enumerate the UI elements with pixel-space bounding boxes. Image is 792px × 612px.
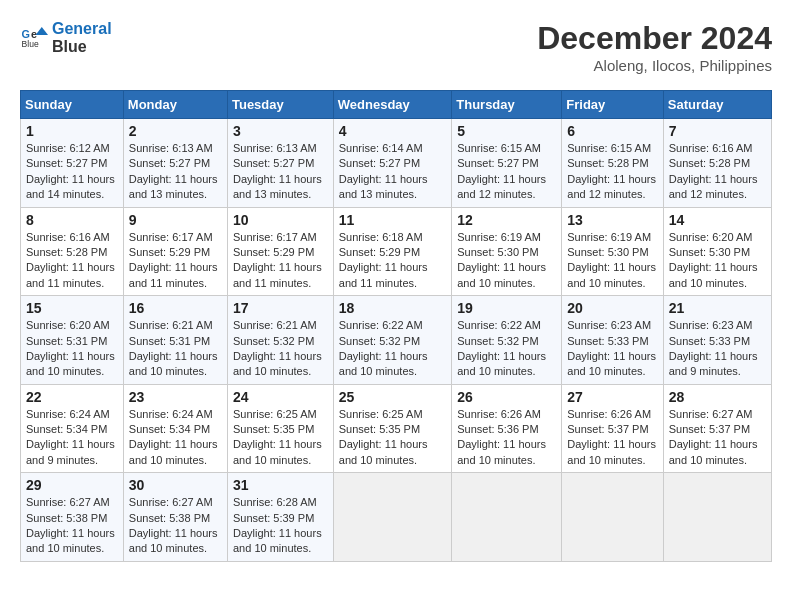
day-info: Sunrise: 6:22 AM Sunset: 5:32 PM Dayligh…	[339, 318, 446, 380]
calendar-cell: 19 Sunrise: 6:22 AM Sunset: 5:32 PM Dayl…	[452, 296, 562, 385]
day-number: 23	[129, 389, 222, 405]
day-info: Sunrise: 6:15 AM Sunset: 5:28 PM Dayligh…	[567, 141, 657, 203]
day-number: 24	[233, 389, 328, 405]
day-number: 28	[669, 389, 766, 405]
sunset-label: Sunset: 5:31 PM	[129, 335, 210, 347]
calendar-cell: 7 Sunrise: 6:16 AM Sunset: 5:28 PM Dayli…	[663, 119, 771, 208]
calendar-cell	[452, 473, 562, 562]
calendar-cell: 29 Sunrise: 6:27 AM Sunset: 5:38 PM Dayl…	[21, 473, 124, 562]
sunrise-label: Sunrise: 6:19 AM	[567, 231, 651, 243]
calendar-cell: 27 Sunrise: 6:26 AM Sunset: 5:37 PM Dayl…	[562, 384, 663, 473]
day-info: Sunrise: 6:24 AM Sunset: 5:34 PM Dayligh…	[26, 407, 118, 469]
day-info: Sunrise: 6:22 AM Sunset: 5:32 PM Dayligh…	[457, 318, 556, 380]
sunset-label: Sunset: 5:35 PM	[233, 423, 314, 435]
sunrise-label: Sunrise: 6:15 AM	[567, 142, 651, 154]
page-header: G e Blue General Blue December 2024 Alol…	[20, 20, 772, 74]
day-number: 20	[567, 300, 657, 316]
day-info: Sunrise: 6:12 AM Sunset: 5:27 PM Dayligh…	[26, 141, 118, 203]
sunrise-label: Sunrise: 6:14 AM	[339, 142, 423, 154]
logo-icon: G e Blue	[20, 24, 48, 52]
sunrise-label: Sunrise: 6:20 AM	[669, 231, 753, 243]
calendar-cell: 24 Sunrise: 6:25 AM Sunset: 5:35 PM Dayl…	[227, 384, 333, 473]
sunset-label: Sunset: 5:27 PM	[129, 157, 210, 169]
calendar-cell: 18 Sunrise: 6:22 AM Sunset: 5:32 PM Dayl…	[333, 296, 451, 385]
sunset-label: Sunset: 5:31 PM	[26, 335, 107, 347]
day-info: Sunrise: 6:19 AM Sunset: 5:30 PM Dayligh…	[457, 230, 556, 292]
calendar-cell: 20 Sunrise: 6:23 AM Sunset: 5:33 PM Dayl…	[562, 296, 663, 385]
sunset-label: Sunset: 5:27 PM	[26, 157, 107, 169]
day-number: 15	[26, 300, 118, 316]
daylight-label: Daylight: 11 hours and 10 minutes.	[457, 438, 546, 465]
daylight-label: Daylight: 11 hours and 10 minutes.	[339, 438, 428, 465]
calendar-cell: 6 Sunrise: 6:15 AM Sunset: 5:28 PM Dayli…	[562, 119, 663, 208]
day-info: Sunrise: 6:28 AM Sunset: 5:39 PM Dayligh…	[233, 495, 328, 557]
day-number: 10	[233, 212, 328, 228]
daylight-label: Daylight: 11 hours and 10 minutes.	[26, 350, 115, 377]
sunrise-label: Sunrise: 6:20 AM	[26, 319, 110, 331]
day-number: 6	[567, 123, 657, 139]
calendar-cell	[562, 473, 663, 562]
daylight-label: Daylight: 11 hours and 9 minutes.	[669, 350, 758, 377]
sunrise-label: Sunrise: 6:25 AM	[339, 408, 423, 420]
sunset-label: Sunset: 5:38 PM	[129, 512, 210, 524]
day-number: 26	[457, 389, 556, 405]
sunset-label: Sunset: 5:37 PM	[567, 423, 648, 435]
sunrise-label: Sunrise: 6:22 AM	[339, 319, 423, 331]
calendar-cell: 12 Sunrise: 6:19 AM Sunset: 5:30 PM Dayl…	[452, 207, 562, 296]
day-info: Sunrise: 6:18 AM Sunset: 5:29 PM Dayligh…	[339, 230, 446, 292]
sunrise-label: Sunrise: 6:13 AM	[233, 142, 317, 154]
sunrise-label: Sunrise: 6:12 AM	[26, 142, 110, 154]
day-info: Sunrise: 6:27 AM Sunset: 5:38 PM Dayligh…	[129, 495, 222, 557]
calendar-cell: 16 Sunrise: 6:21 AM Sunset: 5:31 PM Dayl…	[123, 296, 227, 385]
sunrise-label: Sunrise: 6:27 AM	[129, 496, 213, 508]
col-sunday: Sunday	[21, 91, 124, 119]
daylight-label: Daylight: 11 hours and 10 minutes.	[669, 438, 758, 465]
day-info: Sunrise: 6:27 AM Sunset: 5:37 PM Dayligh…	[669, 407, 766, 469]
sunrise-label: Sunrise: 6:23 AM	[669, 319, 753, 331]
day-number: 8	[26, 212, 118, 228]
sunrise-label: Sunrise: 6:19 AM	[457, 231, 541, 243]
daylight-label: Daylight: 11 hours and 11 minutes.	[233, 261, 322, 288]
sunset-label: Sunset: 5:36 PM	[457, 423, 538, 435]
day-info: Sunrise: 6:20 AM Sunset: 5:31 PM Dayligh…	[26, 318, 118, 380]
day-info: Sunrise: 6:26 AM Sunset: 5:36 PM Dayligh…	[457, 407, 556, 469]
calendar-cell: 26 Sunrise: 6:26 AM Sunset: 5:36 PM Dayl…	[452, 384, 562, 473]
daylight-label: Daylight: 11 hours and 13 minutes.	[339, 173, 428, 200]
sunset-label: Sunset: 5:34 PM	[26, 423, 107, 435]
day-info: Sunrise: 6:25 AM Sunset: 5:35 PM Dayligh…	[233, 407, 328, 469]
title-block: December 2024 Aloleng, Ilocos, Philippin…	[537, 20, 772, 74]
calendar-week-row: 1 Sunrise: 6:12 AM Sunset: 5:27 PM Dayli…	[21, 119, 772, 208]
calendar-cell: 30 Sunrise: 6:27 AM Sunset: 5:38 PM Dayl…	[123, 473, 227, 562]
day-number: 11	[339, 212, 446, 228]
calendar-cell: 21 Sunrise: 6:23 AM Sunset: 5:33 PM Dayl…	[663, 296, 771, 385]
sunset-label: Sunset: 5:28 PM	[26, 246, 107, 258]
daylight-label: Daylight: 11 hours and 10 minutes.	[457, 261, 546, 288]
calendar-cell: 17 Sunrise: 6:21 AM Sunset: 5:32 PM Dayl…	[227, 296, 333, 385]
day-number: 29	[26, 477, 118, 493]
day-info: Sunrise: 6:13 AM Sunset: 5:27 PM Dayligh…	[233, 141, 328, 203]
day-info: Sunrise: 6:24 AM Sunset: 5:34 PM Dayligh…	[129, 407, 222, 469]
daylight-label: Daylight: 11 hours and 10 minutes.	[233, 438, 322, 465]
day-info: Sunrise: 6:16 AM Sunset: 5:28 PM Dayligh…	[669, 141, 766, 203]
daylight-label: Daylight: 11 hours and 10 minutes.	[233, 527, 322, 554]
day-number: 18	[339, 300, 446, 316]
daylight-label: Daylight: 11 hours and 10 minutes.	[567, 261, 656, 288]
calendar-week-row: 15 Sunrise: 6:20 AM Sunset: 5:31 PM Dayl…	[21, 296, 772, 385]
daylight-label: Daylight: 11 hours and 10 minutes.	[129, 527, 218, 554]
sunrise-label: Sunrise: 6:27 AM	[26, 496, 110, 508]
calendar-cell: 25 Sunrise: 6:25 AM Sunset: 5:35 PM Dayl…	[333, 384, 451, 473]
daylight-label: Daylight: 11 hours and 11 minutes.	[129, 261, 218, 288]
sunrise-label: Sunrise: 6:16 AM	[669, 142, 753, 154]
day-number: 7	[669, 123, 766, 139]
calendar-cell	[663, 473, 771, 562]
sunset-label: Sunset: 5:39 PM	[233, 512, 314, 524]
sunrise-label: Sunrise: 6:24 AM	[129, 408, 213, 420]
day-number: 9	[129, 212, 222, 228]
sunset-label: Sunset: 5:30 PM	[567, 246, 648, 258]
col-saturday: Saturday	[663, 91, 771, 119]
day-number: 25	[339, 389, 446, 405]
sunrise-label: Sunrise: 6:28 AM	[233, 496, 317, 508]
sunset-label: Sunset: 5:34 PM	[129, 423, 210, 435]
daylight-label: Daylight: 11 hours and 11 minutes.	[26, 261, 115, 288]
col-wednesday: Wednesday	[333, 91, 451, 119]
